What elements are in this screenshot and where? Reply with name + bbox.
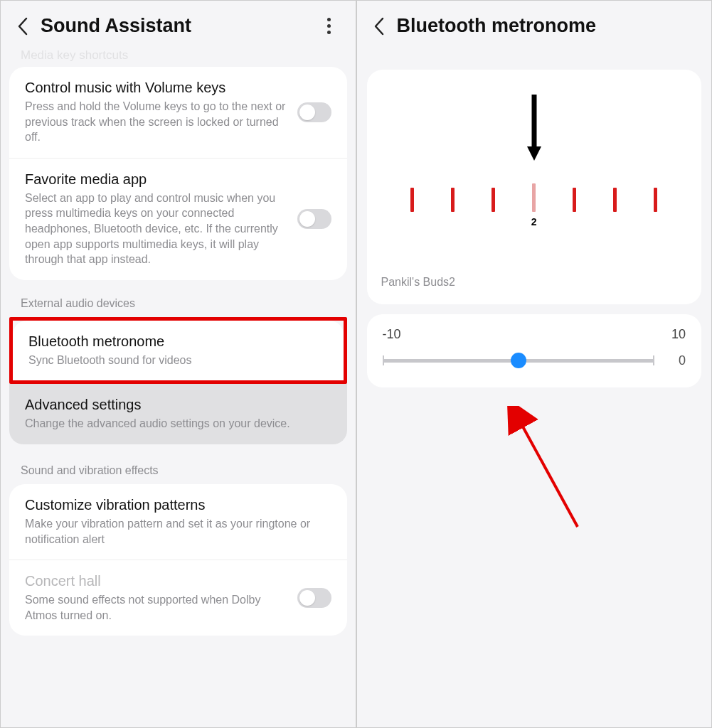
control-music-row[interactable]: Control music with Volume keys Press and… bbox=[9, 67, 347, 158]
bluetooth-metronome-row[interactable]: Bluetooth metronome Sync Bluetooth sound… bbox=[13, 321, 344, 381]
toggle-switch[interactable] bbox=[297, 102, 331, 122]
bluetooth-metronome-screen: Bluetooth metronome 2 Pankil's Buds2 bbox=[357, 1, 712, 727]
row-title: Favorite media app bbox=[25, 171, 287, 188]
metronome-ticks bbox=[410, 183, 657, 212]
slider-card: -10 10 0 bbox=[367, 314, 702, 387]
page-title: Bluetooth metronome bbox=[397, 15, 696, 37]
row-desc: Some sound effects not supported when Do… bbox=[25, 592, 287, 623]
slider-max-label: 10 bbox=[671, 327, 686, 342]
clipped-section-label: Media key shortcuts bbox=[1, 48, 356, 67]
slider-range-labels: -10 10 bbox=[383, 327, 686, 342]
row-title: Control music with Volume keys bbox=[25, 80, 287, 96]
row-desc: Make your vibration pattern and set it a… bbox=[25, 516, 331, 547]
tick-mark bbox=[573, 188, 576, 212]
header: Sound Assistant bbox=[1, 1, 356, 48]
toggle-switch[interactable] bbox=[297, 209, 331, 229]
slider-min-label: -10 bbox=[383, 327, 401, 342]
advanced-settings-row[interactable]: Advanced settings Change the advanced au… bbox=[9, 384, 347, 444]
row-desc: Select an app to play and control music … bbox=[25, 191, 287, 267]
tick-value-label: 2 bbox=[531, 216, 537, 228]
back-icon[interactable] bbox=[370, 17, 388, 36]
device-name-label: Pankil's Buds2 bbox=[381, 276, 688, 289]
row-desc: Change the advanced audio settings on yo… bbox=[25, 416, 331, 432]
settings-card: Control music with Volume keys Press and… bbox=[9, 67, 347, 280]
annotation-arrow-icon bbox=[506, 406, 592, 534]
customize-vibration-row[interactable]: Customize vibration patterns Make your v… bbox=[9, 484, 347, 560]
tick-mark bbox=[451, 188, 455, 212]
favorite-media-row[interactable]: Favorite media app Select an app to play… bbox=[9, 158, 347, 280]
sound-assistant-screen: Sound Assistant Media key shortcuts Cont… bbox=[1, 1, 357, 727]
row-title: Concert hall bbox=[25, 573, 287, 589]
svg-marker-1 bbox=[527, 146, 541, 161]
concert-hall-row[interactable]: Concert hall Some sound effects not supp… bbox=[9, 560, 347, 636]
back-icon[interactable] bbox=[14, 17, 32, 36]
section-label-external: External audio devices bbox=[1, 290, 356, 317]
highlight-annotation: Bluetooth metronome Sync Bluetooth sound… bbox=[9, 317, 347, 385]
tick-mark-center bbox=[532, 183, 536, 212]
tick-mark bbox=[613, 188, 617, 212]
row-title: Advanced settings bbox=[25, 397, 331, 413]
row-desc: Press and hold the Volume keys to go to … bbox=[25, 99, 287, 145]
row-title: Customize vibration patterns bbox=[25, 497, 331, 513]
toggle-switch[interactable] bbox=[297, 588, 331, 608]
row-title: Bluetooth metronome bbox=[28, 333, 328, 350]
tick-mark bbox=[410, 188, 414, 212]
svg-line-3 bbox=[519, 420, 578, 527]
row-desc: Sync Bluetooth sound for videos bbox=[28, 353, 328, 368]
tick-mark bbox=[492, 188, 495, 212]
page-title: Sound Assistant bbox=[41, 15, 319, 37]
metronome-card: 2 Pankil's Buds2 bbox=[367, 70, 702, 304]
section-label-sound: Sound and vibration effects bbox=[1, 457, 356, 484]
slider-thumb[interactable] bbox=[511, 353, 526, 368]
metronome-graphic: 2 bbox=[381, 91, 688, 233]
more-options-icon[interactable] bbox=[319, 16, 340, 37]
sync-slider[interactable] bbox=[383, 352, 655, 369]
sound-effects-card: Customize vibration patterns Make your v… bbox=[9, 484, 347, 636]
tick-mark bbox=[654, 188, 657, 212]
slider-value-label: 0 bbox=[667, 353, 686, 368]
header: Bluetooth metronome bbox=[357, 1, 712, 48]
indicator-arrow-icon bbox=[525, 91, 543, 162]
